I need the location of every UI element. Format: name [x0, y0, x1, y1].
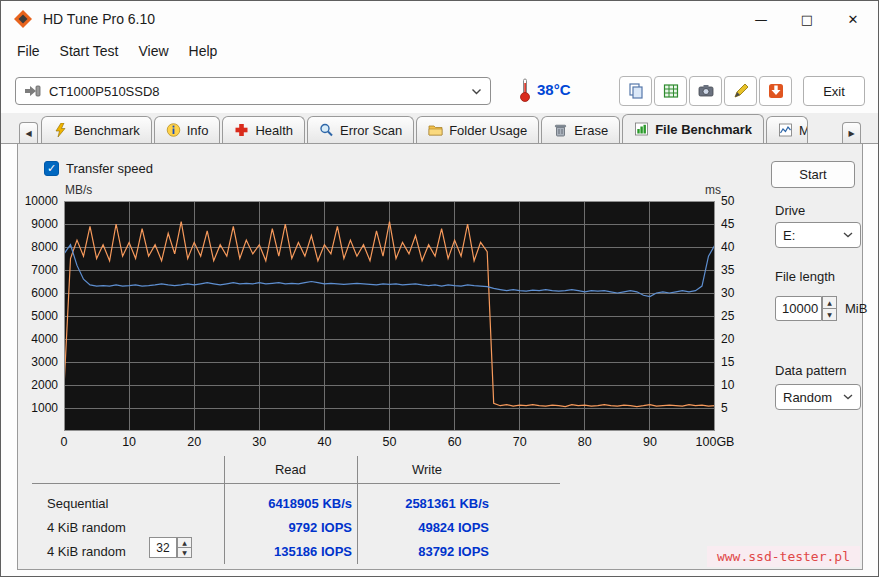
tab-label: Error Scan [340, 123, 402, 138]
transfer-speed-option[interactable]: ✓ Transfer speed [44, 161, 153, 176]
window-title: HD Tune Pro 6.10 [43, 11, 155, 27]
file-length-spinner: ▲ ▼ [822, 296, 837, 321]
chevron-down-icon [843, 232, 853, 238]
tab-label: M [799, 123, 808, 138]
tab-scroll-left-button[interactable]: ◀ [19, 122, 38, 143]
menu-help[interactable]: Help [179, 39, 228, 63]
tab-label: Folder Usage [449, 123, 527, 138]
drive-dropdown[interactable]: E: [775, 222, 861, 248]
file-length-unit: MiB [845, 301, 867, 316]
menubar: File Start Test View Help [1, 37, 878, 65]
spinner-down-button[interactable]: ▼ [177, 548, 192, 558]
drive-selector-dropdown[interactable]: CT1000P510SSD8 [15, 77, 491, 105]
erase-icon [553, 123, 568, 137]
toolbar-buttons [619, 76, 792, 106]
data-pattern-dropdown[interactable]: Random [775, 384, 861, 410]
camera-icon [697, 82, 715, 100]
results-header-divider [32, 483, 560, 484]
transfer-speed-chart [64, 201, 715, 431]
screenshot-button[interactable] [689, 76, 722, 106]
file-benchmark-panel: ✓ Transfer speed MB/s ms 100020003000400… [17, 144, 863, 570]
y-axis-right-labels: 5101520253035404550 [719, 201, 749, 431]
color-settings-icon [732, 82, 750, 100]
chevron-down-icon [843, 394, 853, 400]
results-read-header: Read [224, 462, 357, 477]
y-axis-left-labels: 1000200030004000500060007000800090001000… [18, 201, 60, 431]
color-settings-button[interactable] [724, 76, 757, 106]
random-read-value: 9792 IOPS [228, 520, 352, 535]
tab-error-scan[interactable]: Error Scan [307, 116, 414, 143]
result-row-label: 4 KiB random [47, 544, 126, 559]
tab-file-benchmark[interactable]: File Benchmark [622, 114, 764, 144]
info-icon [166, 123, 181, 137]
error-scan-icon [319, 123, 334, 137]
random-qd32-write-value: 83792 IOPS [363, 544, 489, 559]
random-qd32-read-value: 135186 IOPS [228, 544, 352, 559]
tab-info[interactable]: Info [154, 116, 221, 143]
chart-plot [64, 201, 715, 431]
tab-label: Health [255, 123, 293, 138]
sequential-write-value: 2581361 KB/s [363, 496, 489, 511]
tab-disk-monitor[interactable]: M [766, 116, 808, 143]
drive-selector-value: CT1000P510SSD8 [49, 84, 471, 99]
temperature-value: 38°C [537, 81, 571, 98]
file-length-label: File length [775, 269, 835, 284]
tab-strip: ◀ Benchmark Info Health [1, 113, 878, 144]
drive-dropdown-value: E: [783, 228, 843, 243]
transfer-speed-label: Transfer speed [66, 161, 153, 176]
random-write-value: 49824 IOPS [363, 520, 489, 535]
file-length-input[interactable]: 10000 [775, 296, 822, 321]
close-button[interactable]: ✕ [830, 1, 876, 37]
y-axis-right-unit: ms [705, 183, 721, 197]
results-write-header: Write [357, 462, 497, 477]
spinner-up-button[interactable]: ▲ [822, 296, 837, 309]
data-pattern-label: Data pattern [775, 363, 847, 378]
app-icon [13, 9, 33, 29]
result-row-label: 4 KiB random [47, 520, 126, 535]
tab-label: Info [187, 123, 209, 138]
tab-benchmark[interactable]: Benchmark [41, 116, 152, 143]
benchmark-icon [53, 123, 68, 137]
data-pattern-value: Random [783, 390, 843, 405]
save-image-button[interactable] [759, 76, 792, 106]
watermark: www.ssd-tester.pl [707, 546, 860, 567]
export-table-icon [662, 82, 680, 100]
file-benchmark-icon [634, 122, 649, 136]
x-axis-labels: 0102030405060708090100GB [64, 435, 715, 451]
download-arrow-icon [767, 82, 785, 100]
result-row-label: Sequential [47, 496, 108, 511]
maximize-button[interactable]: □ [784, 1, 830, 37]
copy-icon [627, 82, 645, 100]
tab-folder-usage[interactable]: Folder Usage [416, 116, 539, 143]
menu-start-test[interactable]: Start Test [50, 39, 129, 63]
drive-label: Drive [775, 203, 805, 218]
tab-erase[interactable]: Erase [541, 116, 620, 143]
y-axis-left-unit: MB/s [65, 183, 92, 197]
health-icon [234, 123, 249, 137]
export-table-button[interactable] [654, 76, 687, 106]
minimize-button[interactable]: — [738, 1, 784, 37]
hdtune-window: HD Tune Pro 6.10 — □ ✕ File Start Test V… [0, 0, 879, 577]
tab-label: Erase [574, 123, 608, 138]
queue-depth-input[interactable]: 32 [149, 537, 177, 558]
spinner-down-button[interactable]: ▼ [822, 309, 837, 321]
exit-button[interactable]: Exit [803, 76, 865, 106]
queue-depth-spinner: ▲ ▼ [177, 537, 192, 558]
disk-monitor-icon [778, 123, 793, 137]
tab-label: Benchmark [74, 123, 140, 138]
sequential-read-value: 6418905 KB/s [228, 496, 352, 511]
transfer-speed-checkbox[interactable]: ✓ [44, 161, 59, 176]
toolbar: CT1000P510SSD8 38°C [1, 65, 878, 113]
chevron-down-icon [471, 88, 482, 95]
spinner-up-button[interactable]: ▲ [177, 537, 192, 548]
tab-health[interactable]: Health [222, 116, 305, 143]
start-button[interactable]: Start [771, 161, 855, 188]
menu-file[interactable]: File [7, 39, 50, 63]
tab-label: File Benchmark [655, 122, 752, 137]
tab-scroll-right-button[interactable]: ▶ [842, 122, 861, 143]
folder-usage-icon [428, 123, 443, 137]
thermometer-icon [517, 76, 533, 104]
copy-button[interactable] [619, 76, 652, 106]
menu-view[interactable]: View [128, 39, 178, 63]
window-controls: — □ ✕ [738, 1, 876, 37]
